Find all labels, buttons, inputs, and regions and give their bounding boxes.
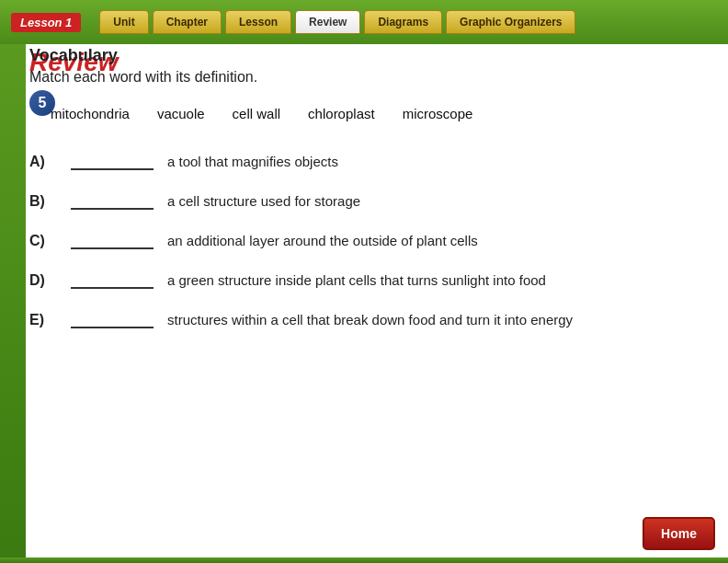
answer-line-b[interactable] xyxy=(71,191,154,210)
answer-row-a: A) a tool that magnifies objects xyxy=(29,152,710,171)
row-label-b: B) xyxy=(29,191,57,210)
row-label-c: C) xyxy=(29,231,57,249)
vocab-heading: Vocabulary xyxy=(29,46,118,65)
home-button[interactable]: Home xyxy=(643,517,715,550)
answer-row-e: E) structures within a cell that break d… xyxy=(29,310,710,329)
word-cell-wall: cell wall xyxy=(233,106,281,121)
row-label-e: E) xyxy=(29,310,57,328)
answer-text-c: an additional layer around the outside o… xyxy=(167,231,710,250)
row-label-d: D) xyxy=(29,270,57,289)
bottom-strip xyxy=(0,557,728,563)
answer-text-e: structures within a cell that break down… xyxy=(167,310,710,329)
nav-bar: Lesson 1 Unit Chapter Lesson Review Diag… xyxy=(0,0,728,44)
answer-line-c[interactable] xyxy=(71,231,154,249)
answer-row-b: B) a cell structure used for storage xyxy=(29,191,710,211)
left-strip xyxy=(0,44,26,563)
lesson-badge: Lesson 1 xyxy=(11,13,81,32)
answer-line-e[interactable] xyxy=(71,310,154,328)
answer-row-c: C) an additional layer around the outsid… xyxy=(29,231,710,250)
nav-tabs: Unit Chapter Lesson Review Diagrams Grap… xyxy=(99,10,575,34)
word-chloroplast: chloroplast xyxy=(308,106,375,121)
tab-diagrams[interactable]: Diagrams xyxy=(364,10,442,34)
tab-chapter[interactable]: Chapter xyxy=(153,10,222,34)
word-microscope: microscope xyxy=(403,106,473,121)
answer-row-d: D) a green structure inside plant cells … xyxy=(29,270,710,290)
tab-review[interactable]: Review xyxy=(295,10,360,34)
tab-unit[interactable]: Unit xyxy=(99,10,148,34)
word-vacuole: vacuole xyxy=(157,106,205,121)
tab-lesson[interactable]: Lesson xyxy=(225,10,291,34)
word-bank: mitochondria vacuole cell wall chloropla… xyxy=(51,106,472,121)
answer-rows: A) a tool that magnifies objects B) a ce… xyxy=(29,152,710,350)
tab-graphic-organizers[interactable]: Graphic Organizers xyxy=(446,10,575,34)
answer-line-d[interactable] xyxy=(71,270,154,289)
match-instruction: Match each word with its definition. xyxy=(29,69,257,86)
answer-text-a: a tool that magnifies objects xyxy=(167,152,710,171)
answer-line-a[interactable] xyxy=(71,152,154,170)
answer-text-d: a green structure inside plant cells tha… xyxy=(167,270,710,290)
row-label-a: A) xyxy=(29,152,57,170)
word-mitochondria: mitochondria xyxy=(51,106,130,121)
answer-text-b: a cell structure used for storage xyxy=(167,191,710,211)
